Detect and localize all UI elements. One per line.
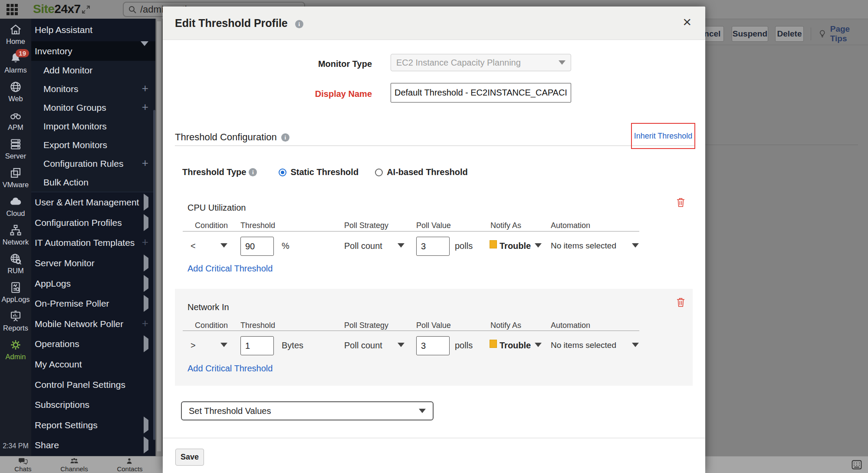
sidebar-item-mobile-network-poller[interactable]: Mobile Network Poller+ <box>31 314 155 334</box>
sidebar-item-help-assistant[interactable]: Help Assistant <box>31 19 155 41</box>
add-critical-threshold-link[interactable]: Add Critical Threshold <box>187 364 273 374</box>
sidebar-item-control-panel-settings[interactable]: Control Panel Settings <box>31 374 155 395</box>
plus-icon[interactable]: + <box>142 319 148 329</box>
delete-button[interactable]: Delete <box>775 26 804 42</box>
condition-value: > <box>191 341 196 351</box>
chevron-right-icon[interactable] <box>144 420 148 430</box>
chevron-right-icon[interactable] <box>144 339 148 349</box>
menu-scrollbar-thumb[interactable] <box>153 110 155 440</box>
automation-dropdown-icon[interactable] <box>632 343 639 347</box>
bottom-bar-item-channels[interactable]: Channels <box>60 457 88 473</box>
column-header-poll-value: Poll Value <box>416 221 451 230</box>
inherit-threshold-link[interactable]: Inherit Threshold <box>634 132 693 141</box>
sidebar-item-import-monitors[interactable]: Import Monitors <box>31 117 155 136</box>
plus-icon[interactable]: + <box>142 238 148 248</box>
notify-as-dropdown-icon[interactable] <box>535 243 542 248</box>
set-threshold-values-select[interactable]: Set Threshold Values <box>181 401 434 420</box>
bottom-bar-item-contacts[interactable]: Contacts <box>117 457 142 473</box>
plus-icon[interactable]: + <box>142 103 148 113</box>
page-scrollbar-thumb[interactable] <box>157 21 161 451</box>
table-header-underline <box>183 331 639 331</box>
ai-based-threshold-option[interactable]: AI-based Threshold <box>375 167 468 177</box>
sidebar-item-it-automation-templates[interactable]: IT Automation Templates+ <box>31 233 155 253</box>
delete-metric-icon[interactable] <box>677 298 685 307</box>
chevron-right-icon[interactable] <box>144 298 148 309</box>
bottom-bar-items: ChatsChannelsContacts <box>0 456 157 473</box>
app-grid-icon[interactable] <box>6 3 18 16</box>
poll-strategy-dropdown-icon[interactable] <box>398 343 404 347</box>
bottom-bar-item-chats[interactable]: Chats <box>14 457 31 473</box>
automation-dropdown-icon[interactable] <box>632 243 639 248</box>
sidebar-item-export-monitors[interactable]: Export Monitors <box>31 136 155 154</box>
sidebar-item-configuration-rules[interactable]: Configuration Rules+ <box>31 154 155 173</box>
sidebar-item-inventory[interactable]: Inventory <box>31 41 155 61</box>
rail-item-home[interactable]: Home <box>0 23 31 52</box>
sidebar-item-add-monitor[interactable]: Add Monitor <box>31 61 155 79</box>
sidebar-item-monitor-groups[interactable]: Monitor Groups+ <box>31 98 155 117</box>
info-icon[interactable]: i <box>281 133 289 142</box>
rail-item-server[interactable]: Server <box>0 138 31 166</box>
suspend-button[interactable]: Suspend <box>732 26 768 42</box>
sidebar-item-server-monitor[interactable]: Server Monitor <box>31 253 155 274</box>
rail-item-cloud[interactable]: Cloud <box>0 195 31 224</box>
monitor-type-select[interactable]: EC2 Instance Capacity Planning <box>391 54 571 71</box>
close-icon[interactable]: × <box>683 14 691 29</box>
notify-as-dropdown-icon[interactable] <box>535 343 542 347</box>
sidebar-item-bulk-action[interactable]: Bulk Action <box>31 173 155 192</box>
condition-dropdown-icon[interactable] <box>220 243 227 248</box>
chevron-right-icon[interactable] <box>144 258 148 268</box>
poll-strategy-dropdown-icon[interactable] <box>398 243 404 248</box>
page-tips-button[interactable]: Page Tips <box>818 24 868 43</box>
people-group-icon <box>69 457 79 465</box>
sidebar-item-report-settings[interactable]: Report Settings <box>31 415 155 436</box>
rail-item-vmware[interactable]: VMware <box>0 166 31 195</box>
info-icon[interactable]: i <box>295 20 303 28</box>
expand-icon[interactable] <box>81 4 91 15</box>
rail-item-rum[interactable]: RUM <box>0 252 31 281</box>
rail-item-network[interactable]: Network <box>0 224 31 252</box>
delete-metric-icon[interactable] <box>677 198 685 207</box>
chevron-down-icon[interactable] <box>141 46 148 56</box>
threshold-input[interactable] <box>240 336 274 355</box>
sidebar-item-label: Monitors <box>43 84 79 94</box>
rail-item-applogs[interactable]: AppLogs <box>0 281 31 310</box>
sidebar-item-my-account[interactable]: My Account <box>31 354 155 375</box>
info-icon[interactable]: i <box>249 168 257 176</box>
sidebar-item-on-premise-poller[interactable]: On-Premise Poller <box>31 294 155 314</box>
chevron-right-icon[interactable] <box>144 278 148 289</box>
chevron-right-icon[interactable] <box>144 440 148 450</box>
static-threshold-option[interactable]: Static Threshold <box>279 167 358 177</box>
save-button[interactable]: Save <box>175 449 204 466</box>
site24x7-logo[interactable]: Site24x7 <box>33 2 81 16</box>
rail-item-admin[interactable]: Admin <box>0 338 31 367</box>
sidebar-item-operations[interactable]: Operations <box>31 334 155 354</box>
chevron-right-icon[interactable] <box>144 218 148 228</box>
plus-icon[interactable]: + <box>142 84 148 94</box>
edit-threshold-profile-modal: Edit Threshold Profile i × Monitor Type … <box>163 7 705 473</box>
poll-value-input[interactable] <box>416 237 450 256</box>
rail-item-web[interactable]: Web <box>0 80 31 109</box>
condition-dropdown-icon[interactable] <box>220 343 227 347</box>
rail-item-label: APM <box>8 123 23 132</box>
plus-icon[interactable]: + <box>142 159 148 169</box>
add-critical-threshold-link[interactable]: Add Critical Threshold <box>187 264 273 274</box>
sidebar-item-share[interactable]: Share <box>31 435 155 456</box>
display-name-input[interactable] <box>391 83 571 103</box>
sidebar-item-applogs[interactable]: AppLogs <box>31 273 155 294</box>
sidebar-item-label: Subscriptions <box>35 400 89 410</box>
page-scrollbar[interactable] <box>155 19 163 456</box>
tray-widget-icon[interactable] <box>852 460 862 470</box>
chevron-right-icon[interactable] <box>144 197 148 208</box>
sidebar-item-configuration-profiles[interactable]: Configuration Profiles <box>31 213 155 233</box>
sidebar-item-label: Report Settings <box>35 420 98 430</box>
sidebar-item-user-alert-management[interactable]: User & Alert Management <box>31 192 155 213</box>
rail-item-apm[interactable]: APM <box>0 109 31 138</box>
trouble-status-swatch <box>490 240 497 248</box>
sidebar-item-monitors[interactable]: Monitors+ <box>31 79 155 98</box>
rail-item-alarms[interactable]: 19Alarms <box>0 52 31 80</box>
rail-item-reports[interactable]: Reports <box>0 310 31 338</box>
applogs-icon <box>9 281 22 294</box>
poll-value-input[interactable] <box>416 336 450 355</box>
sidebar-item-subscriptions[interactable]: Subscriptions <box>31 395 155 415</box>
threshold-input[interactable] <box>240 237 274 256</box>
